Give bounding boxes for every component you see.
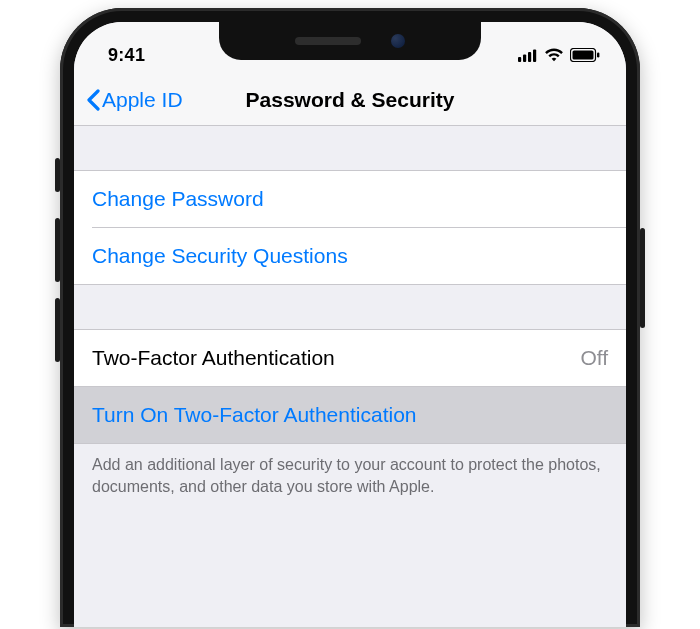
svg-rect-6 bbox=[597, 53, 599, 58]
svg-rect-1 bbox=[523, 54, 526, 62]
side-button bbox=[640, 228, 645, 328]
cellular-icon bbox=[518, 49, 538, 62]
volume-down-button bbox=[55, 298, 60, 362]
back-label: Apple ID bbox=[102, 88, 183, 112]
wifi-icon bbox=[544, 48, 564, 62]
change-security-questions-cell[interactable]: Change Security Questions bbox=[74, 228, 626, 284]
battery-icon bbox=[570, 48, 600, 62]
notch bbox=[219, 22, 481, 60]
svg-rect-2 bbox=[528, 52, 531, 62]
turn-on-two-factor-label: Turn On Two-Factor Authentication bbox=[92, 403, 417, 427]
svg-rect-0 bbox=[518, 57, 521, 62]
status-time: 9:41 bbox=[108, 45, 145, 66]
group-spacer bbox=[74, 126, 626, 170]
content: Change Password Change Security Question… bbox=[74, 126, 626, 497]
two-factor-label: Two-Factor Authentication bbox=[92, 346, 335, 370]
svg-rect-5 bbox=[573, 51, 594, 60]
turn-on-two-factor-cell[interactable]: Turn On Two-Factor Authentication bbox=[74, 387, 626, 443]
svg-rect-3 bbox=[533, 49, 536, 62]
volume-up-button bbox=[55, 218, 60, 282]
mute-switch bbox=[55, 158, 60, 192]
status-right bbox=[518, 48, 600, 62]
screen: 9:41 bbox=[74, 22, 626, 627]
change-security-questions-label: Change Security Questions bbox=[92, 244, 348, 268]
phone-frame: 9:41 bbox=[60, 8, 640, 627]
back-button[interactable]: Apple ID bbox=[86, 88, 183, 112]
earpiece-speaker bbox=[295, 37, 361, 45]
front-camera bbox=[391, 34, 405, 48]
nav-bar: Apple ID Password & Security bbox=[74, 74, 626, 126]
change-password-cell[interactable]: Change Password bbox=[74, 171, 626, 227]
group-spacer bbox=[74, 285, 626, 329]
chevron-left-icon bbox=[86, 89, 100, 111]
two-factor-value: Off bbox=[580, 346, 608, 370]
change-password-label: Change Password bbox=[92, 187, 264, 211]
section-footer: Add an additional layer of security to y… bbox=[74, 444, 626, 497]
two-factor-status-cell[interactable]: Two-Factor Authentication Off bbox=[74, 330, 626, 386]
page-title: Password & Security bbox=[246, 88, 455, 111]
